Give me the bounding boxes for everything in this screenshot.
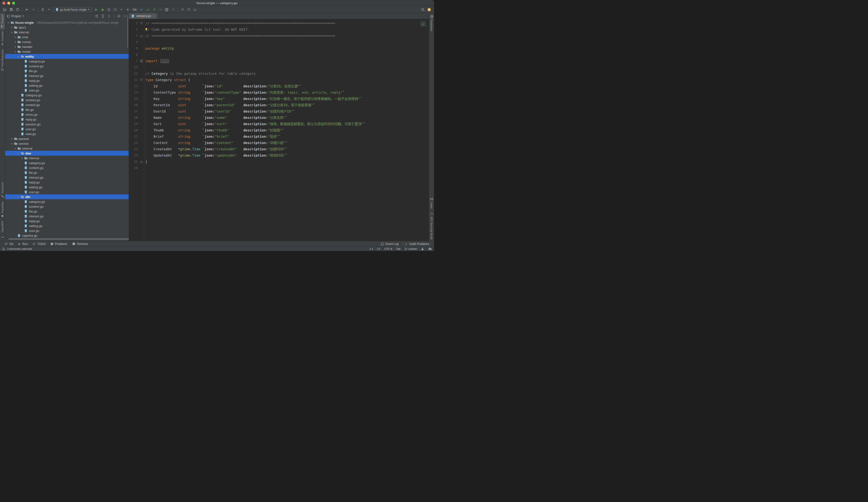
tree-item-session.go[interactable]: session.go <box>5 122 128 127</box>
forward-icon[interactable] <box>30 7 36 13</box>
search-icon[interactable] <box>420 7 426 13</box>
indent-style[interactable]: Tab <box>396 247 401 250</box>
tree-item-category.go[interactable]: category.go <box>5 59 128 64</box>
close-tab-icon[interactable] <box>153 15 155 17</box>
stripe-tab-api-security-audit[interactable]: /API API Security Audit <box>429 211 434 241</box>
tree-item-internal[interactable]: internal <box>5 146 128 151</box>
tree-item-interact.go[interactable]: interact.go <box>5 73 128 78</box>
stripe-tab-openapi[interactable]: OpenAPI <box>0 219 5 234</box>
chevron-down-icon[interactable] <box>10 142 13 145</box>
stripe-tab-api[interactable]: /API <box>0 234 5 241</box>
toolwindow-terminal[interactable]: Terminal <box>70 241 90 247</box>
chevron-down-icon[interactable] <box>22 15 24 17</box>
tree-item-reply.go[interactable]: reply.go <box>5 78 128 83</box>
tree-item-view.go[interactable]: view.go <box>5 132 128 136</box>
chevron-down-icon[interactable] <box>17 55 20 58</box>
tree-item-context.go[interactable]: context.go <box>5 102 128 107</box>
tool-window-switcher-icon[interactable] <box>2 247 5 251</box>
stripe-tab-database[interactable]: Database <box>429 13 434 33</box>
tree-item-content.go[interactable]: content.go <box>5 64 128 69</box>
toolwindow-git[interactable]: Git <box>2 241 16 247</box>
back-icon[interactable] <box>24 7 30 13</box>
chevron-down-icon[interactable] <box>7 21 10 24</box>
profiler-dropdown-icon[interactable] <box>118 7 124 13</box>
tree-item-internal[interactable]: internal <box>5 30 128 35</box>
toolwindow-run[interactable]: Run <box>16 241 30 247</box>
tree-item-entity[interactable]: entity <box>5 54 128 59</box>
stripe-tab-favorites[interactable]: Favorites <box>0 200 5 219</box>
tree-item-category.go[interactable]: category.go <box>5 199 128 204</box>
tree-item-file.go[interactable]: file.go <box>5 69 128 73</box>
run-configuration-select[interactable]: go build focus-single <box>53 7 92 12</box>
tree-item-captcha.go[interactable]: captcha.go <box>5 233 128 238</box>
tree-item-reply.go[interactable]: reply.go <box>5 117 128 122</box>
history-icon[interactable] <box>164 7 169 13</box>
user-icon[interactable] <box>40 7 45 13</box>
toolwindow-audit-problems[interactable]: /API Audit Problems <box>401 241 432 247</box>
toolwindow-todo[interactable]: TODO <box>30 241 48 247</box>
tree-item-packed[interactable]: packed <box>5 136 128 141</box>
git-branch-widget[interactable]: master <box>404 247 417 251</box>
chevron-right-icon[interactable] <box>20 157 24 160</box>
inspection-status-widget[interactable] <box>420 21 426 27</box>
tree-item-focus-single[interactable]: focus-single~/Workspace/Go/GOPATH/src/gi… <box>5 20 128 25</box>
chevron-right-icon[interactable] <box>10 137 13 140</box>
fold-up-icon[interactable] <box>140 158 143 165</box>
unlock-icon[interactable] <box>421 247 424 251</box>
chevron-right-icon[interactable] <box>13 35 17 39</box>
open-icon[interactable] <box>2 7 8 13</box>
tree-item-content.go[interactable]: content.go <box>5 165 128 170</box>
chevron-right-icon[interactable] <box>10 26 13 29</box>
intention-bulb-icon[interactable] <box>145 28 148 31</box>
tree-item-setting.go[interactable]: setting.go <box>5 185 128 189</box>
chevron-down-icon[interactable] <box>17 152 20 155</box>
tree-item-user.go[interactable]: user.go <box>5 127 128 132</box>
tree-item-handler[interactable]: handler <box>5 44 128 49</box>
tree-item-reply.go[interactable]: reply.go <box>5 180 128 185</box>
sync-icon[interactable] <box>14 7 20 13</box>
tree-item-apiv1[interactable]: apiv1 <box>5 25 128 30</box>
chevron-right-icon[interactable] <box>13 40 17 44</box>
tree-item-setting.go[interactable]: setting.go <box>5 83 128 88</box>
tree-item-file.go[interactable]: file.go <box>5 209 128 214</box>
toolwindow-event-log[interactable]: Event Log <box>378 241 401 247</box>
run-button[interactable] <box>93 7 99 13</box>
tree-item-content.go[interactable]: content.go <box>5 97 128 102</box>
tree-item-consts[interactable]: consts <box>5 40 128 44</box>
chevron-down-icon[interactable] <box>13 50 17 53</box>
tree-item-model[interactable]: model <box>5 49 128 54</box>
stripe-tab-pull-requests[interactable]: Pull Requests <box>0 48 5 73</box>
stripe-tab-make[interactable]: make <box>429 196 434 210</box>
tree-item-internal[interactable]: internal <box>5 156 128 160</box>
stripe-tab-structure[interactable]: Structure <box>0 180 5 200</box>
hide-panel-icon[interactable] <box>122 14 127 19</box>
tree-item-dto[interactable]: dto <box>5 195 128 199</box>
tree-item-menu.go[interactable]: menu.go <box>5 112 128 117</box>
fold-plus-icon[interactable] <box>140 58 143 64</box>
tree-item-user.go[interactable]: user.go <box>5 189 128 195</box>
git-push-icon[interactable] <box>151 7 157 13</box>
tree-item-interact.go[interactable]: interact.go <box>5 175 128 180</box>
tree-vertical-scrollbar[interactable] <box>127 15 128 48</box>
tree-item-reply.go[interactable]: reply.go <box>5 219 128 223</box>
tree-item-category.go[interactable]: category.go <box>5 160 128 165</box>
tree-item-category.go[interactable]: category.go <box>5 93 128 97</box>
tree-item-user.go[interactable]: user.go <box>5 88 128 93</box>
gear-icon[interactable] <box>116 14 121 19</box>
run-with-coverage-icon[interactable] <box>106 7 112 13</box>
tree-item-setting.go[interactable]: setting.go <box>5 223 128 228</box>
tree-item-interact.go[interactable]: interact.go <box>5 214 128 219</box>
fold-up-icon[interactable] <box>140 33 143 39</box>
tree-item-dao[interactable]: dao <box>5 151 128 156</box>
git-update-icon[interactable] <box>138 7 144 13</box>
tree-item-cmd[interactable]: cmd <box>5 35 128 40</box>
tree-item-user.go[interactable]: user.go <box>5 228 128 233</box>
update-available-icon[interactable] <box>426 7 432 13</box>
save-all-icon[interactable] <box>8 7 14 13</box>
chevron-right-icon[interactable] <box>13 45 17 49</box>
fold-down-icon[interactable] <box>140 77 143 83</box>
expand-all-icon[interactable] <box>100 14 105 19</box>
locate-file-icon[interactable] <box>94 14 99 19</box>
debug-button[interactable] <box>100 7 105 13</box>
profiler-icon[interactable] <box>112 7 118 13</box>
